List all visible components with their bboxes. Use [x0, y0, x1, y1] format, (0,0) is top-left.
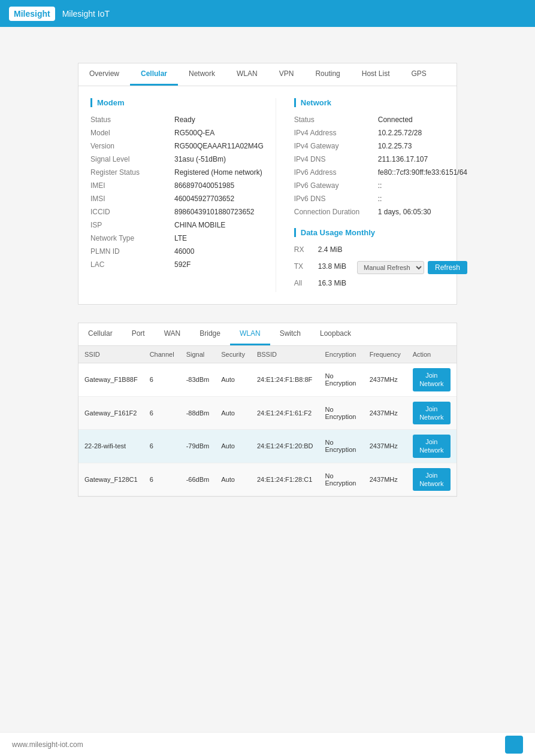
tab-overview[interactable]: Overview	[78, 63, 130, 86]
cell-action: Join Network	[407, 396, 457, 430]
cell-6: 2437MHz	[364, 430, 407, 463]
net-ipv4gw-label: IPv4 Gateway	[294, 142, 378, 150]
cell-action: Join Network	[407, 363, 457, 397]
net-duration-label: Connection Duration	[294, 208, 378, 216]
modem-signal-value: 31asu (-51dBm)	[174, 155, 226, 163]
join-network-button-1[interactable]: Join Network	[413, 402, 451, 425]
cell-6: 2437MHz	[364, 463, 407, 496]
modem-version-value: RG500QEAAAR11A02M4G	[174, 142, 264, 150]
cell-4: 24:E1:24:F1:B8:8F	[251, 363, 319, 397]
modem-lac-value: 592F	[174, 260, 191, 269]
data-all-value: 16.3 MiB	[318, 279, 467, 287]
col-channel: Channel	[144, 346, 180, 363]
cell-5: No Encryption	[319, 430, 364, 463]
tab-vpn[interactable]: VPN	[268, 63, 305, 86]
data-tx-value: 13.8 MiB	[318, 262, 357, 271]
data-rx-row: RX 2.4 MiB	[294, 245, 467, 254]
modem-iccid-label: ICCID	[90, 208, 174, 216]
cellular-content: Modem Status Ready Model RG500Q-EA Versi…	[78, 86, 457, 305]
modem-nettype-label: Network Type	[90, 234, 174, 242]
refresh-select[interactable]: Manual Refresh	[357, 261, 424, 274]
tab-routing[interactable]: Routing	[304, 63, 350, 86]
join-network-button-2[interactable]: Join Network	[413, 435, 451, 458]
data-rx-label: RX	[294, 245, 318, 254]
data-all-row: All 16.3 MiB	[294, 279, 467, 287]
data-tx-row: TX 13.8 MiB Manual Refresh Refresh	[294, 259, 467, 274]
net-ipv4-row: IPv4 Address 10.2.25.72/28	[294, 129, 467, 137]
modem-section: Modem Status Ready Model RG500Q-EA Versi…	[90, 98, 276, 292]
tab-cellular[interactable]: Cellular	[130, 63, 178, 86]
link-tab-loopback[interactable]: Loopback	[310, 323, 361, 345]
cell-3: Auto	[215, 396, 251, 430]
join-network-button-0[interactable]: Join Network	[413, 368, 451, 391]
join-network-button-3[interactable]: Join Network	[413, 468, 451, 491]
cell-action: Join Network	[407, 430, 457, 463]
modem-isp-label: ISP	[90, 221, 174, 229]
link-tab-bridge[interactable]: Bridge	[190, 323, 230, 345]
cell-6: 2437MHz	[364, 363, 407, 397]
table-row: Gateway_F1B88F6-83dBmAuto24:E1:24:F1:B8:…	[78, 363, 457, 397]
cell-2: -66dBm	[180, 463, 216, 496]
tab-host-list[interactable]: Host List	[351, 63, 401, 86]
link-failover-tabs: Cellular Port WAN Bridge WLAN Switch Loo…	[78, 323, 457, 346]
network-section: Network Status Connected IPv4 Address 10…	[276, 98, 467, 292]
data-tx-label: TX	[294, 262, 318, 271]
refresh-button[interactable]: Refresh	[428, 261, 467, 274]
col-bssid: BSSID	[251, 346, 319, 363]
modem-imsi-label: IMSI	[90, 195, 174, 203]
cell-5: No Encryption	[319, 363, 364, 397]
wlan-table: SSID Channel Signal Security BSSID Encry…	[78, 346, 457, 496]
link-tab-cellular[interactable]: Cellular	[78, 323, 122, 345]
header-title: Milesight IoT	[62, 9, 110, 19]
refresh-controls: Manual Refresh Refresh	[357, 261, 467, 274]
modem-model-label: Model	[90, 129, 174, 137]
net-duration-row: Connection Duration 1 days, 06:05:30	[294, 208, 467, 216]
data-usage-section: Data Usage Monthly RX 2.4 MiB TX 13.8 Mi…	[294, 228, 467, 287]
net-ipv6dns-value: ::	[378, 195, 382, 203]
net-ipv4dns-label: IPv4 DNS	[294, 155, 378, 163]
net-ipv6gw-value: ::	[378, 181, 382, 190]
modem-imsi-value: 460045927703652	[174, 195, 234, 203]
cell-2: -88dBm	[180, 396, 216, 430]
modem-imsi-row: IMSI 460045927703652	[90, 195, 264, 203]
modem-status-value: Ready	[174, 116, 195, 124]
logo: Milesight	[9, 7, 55, 21]
cell-6: 2437MHz	[364, 396, 407, 430]
main-tab-nav: Overview Cellular Network WLAN VPN Routi…	[78, 63, 457, 86]
modem-plmn-label: PLMN ID	[90, 247, 174, 256]
net-ipv6gw-row: IPv6 Gateway ::	[294, 181, 467, 190]
link-tab-port[interactable]: Port	[122, 323, 155, 345]
col-ssid: SSID	[78, 346, 144, 363]
modem-iccid-row: ICCID 89860439101880723652	[90, 208, 264, 216]
modem-imei-value: 866897040051985	[174, 181, 234, 190]
modem-signal-label: Signal Level	[90, 155, 174, 163]
link-tab-wlan[interactable]: WLAN	[230, 323, 270, 345]
net-status-value: Connected	[378, 116, 413, 124]
modem-register-row: Register Status Registered (Home network…	[90, 168, 264, 177]
data-usage-title: Data Usage Monthly	[294, 228, 467, 237]
cell-1: 6	[144, 363, 180, 397]
net-ipv6dns-row: IPv6 DNS ::	[294, 195, 467, 203]
modem-version-row: Version RG500QEAAAR11A02M4G	[90, 142, 264, 150]
tab-wlan[interactable]: WLAN	[226, 63, 268, 86]
net-status-label: Status	[294, 116, 378, 124]
tab-gps[interactable]: GPS	[400, 63, 437, 86]
link-tab-switch[interactable]: Switch	[270, 323, 310, 345]
cell-4: 24:E1:24:F1:28:C1	[251, 463, 319, 496]
cell-3: Auto	[215, 463, 251, 496]
cell-4: 24:E1:24:F1:20:BD	[251, 430, 319, 463]
cell-0: Gateway_F1B88F	[78, 363, 144, 397]
modem-nettype-row: Network Type LTE	[90, 234, 264, 242]
net-ipv6-label: IPv6 Address	[294, 168, 378, 177]
net-duration-value: 1 days, 06:05:30	[378, 208, 431, 216]
link-tab-wan[interactable]: WAN	[155, 323, 191, 345]
tab-network[interactable]: Network	[178, 63, 226, 86]
net-ipv4gw-value: 10.2.25.73	[378, 142, 412, 150]
modem-isp-value: CHINA MOBILE	[174, 221, 225, 229]
modem-model-row: Model RG500Q-EA	[90, 129, 264, 137]
net-ipv6-value: fe80::7cf3:90ff:fe33:6151/64	[378, 168, 467, 177]
modem-lac-row: LAC 592F	[90, 260, 264, 269]
table-row: Gateway_F161F26-88dBmAuto24:E1:24:F1:61:…	[78, 396, 457, 430]
scroll-to-top-button[interactable]	[505, 736, 523, 754]
wlan-panel: Cellular Port WAN Bridge WLAN Switch Loo…	[78, 323, 457, 497]
